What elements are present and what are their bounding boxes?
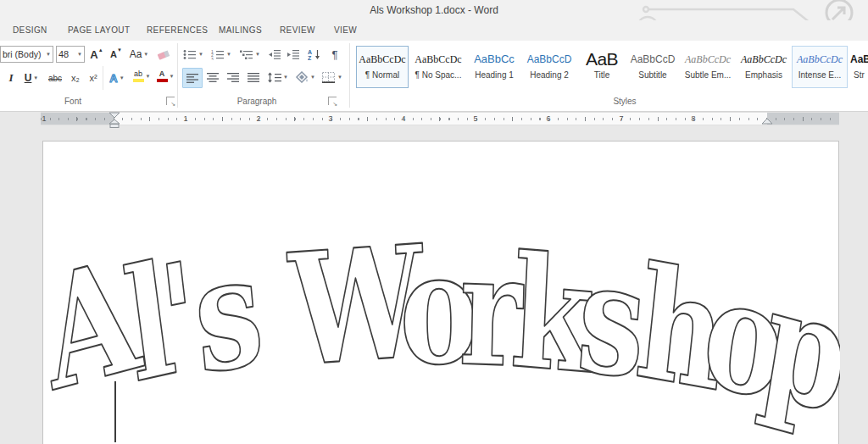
tab-review[interactable]: REVIEW [280, 20, 315, 41]
caret-up-icon: ▲ [98, 47, 103, 53]
style-heading-1[interactable]: AaBbCc Heading 1 [468, 46, 520, 88]
chevron-down-icon[interactable]: ▼ [283, 75, 288, 80]
style-title[interactable]: AaB Title [578, 46, 626, 88]
launcher-arrow-icon: ↘ [332, 101, 337, 108]
font-size-combobox[interactable]: 48▼ [56, 46, 85, 63]
style-no-spacing[interactable]: AaBbCcDc ¶ No Spac... [410, 46, 466, 88]
borders-button[interactable]: ▼ [320, 68, 344, 86]
ruler-number: 1 [183, 114, 187, 123]
increase-indent-button[interactable] [285, 45, 302, 64]
bullets-button[interactable]: ▼ [181, 45, 205, 64]
font-dialog-launcher[interactable]: ↘ [166, 97, 175, 105]
font-color-button[interactable]: A▼ [155, 67, 175, 86]
right-indent-marker[interactable] [761, 118, 773, 126]
ruler-half-tick [512, 117, 513, 121]
chevron-down-icon[interactable]: ▼ [43, 52, 51, 57]
multilevel-list-icon [240, 49, 253, 60]
indent-markers[interactable] [108, 112, 120, 130]
decrease-indent-icon [268, 49, 281, 60]
ruler-half-tick [585, 117, 586, 121]
increase-indent-icon [287, 49, 300, 60]
tab-mailings[interactable]: MAILINGS [219, 20, 262, 41]
chevron-down-icon[interactable]: ▼ [33, 75, 38, 80]
wordart-als-workshop[interactable]: Al's Workshop [43, 222, 840, 444]
font-color-swatch [157, 79, 168, 82]
svg-text:A: A [308, 49, 312, 55]
align-right-icon [227, 72, 240, 83]
show-formatting-marks-button[interactable]: ¶ [327, 45, 342, 64]
chevron-down-icon[interactable]: ▼ [120, 75, 125, 80]
ruler-number: 5 [473, 114, 477, 123]
justify-button[interactable] [244, 68, 263, 86]
ribbon: bri (Body)▼ 48▼ A▲ A▼ Aa▼ I U▼ [0, 41, 868, 112]
chevron-down-icon[interactable]: ▼ [255, 52, 260, 57]
align-center-button[interactable] [203, 68, 222, 86]
tab-page-layout[interactable]: PAGE LAYOUT [68, 20, 131, 41]
style-heading-2[interactable]: AaBbCcD Heading 2 [522, 46, 576, 88]
tab-design[interactable]: DESIGN [13, 20, 47, 41]
underline-button[interactable]: U▼ [19, 69, 43, 87]
chevron-down-icon[interactable]: ▼ [310, 75, 315, 80]
ruler-number: 3 [328, 114, 332, 123]
paragraph-dialog-launcher[interactable]: ↘ [328, 97, 337, 105]
caret-down-icon: ▼ [117, 47, 122, 53]
ruler-number: 7 [619, 114, 623, 123]
text-effects-button[interactable]: A▼ [105, 69, 129, 87]
italic-button[interactable]: I [3, 69, 19, 87]
document-page[interactable]: Al's Workshop [42, 141, 839, 444]
ruler-ticks [41, 118, 839, 120]
chevron-down-icon[interactable]: ▼ [226, 52, 231, 57]
divider [103, 66, 103, 90]
numbering-button[interactable]: 123 ▼ [209, 45, 234, 64]
ruler-half-tick [367, 117, 368, 121]
sort-button[interactable]: A Z [305, 45, 324, 64]
chevron-down-icon[interactable]: ▼ [146, 74, 151, 79]
chevron-down-icon[interactable]: ▼ [337, 75, 342, 80]
style-normal[interactable]: AaBbCcDc ¶ Normal [356, 46, 409, 88]
ruler-half-tick [294, 117, 295, 121]
superscript-button[interactable]: x² [85, 69, 102, 87]
svg-text:3: 3 [211, 56, 214, 60]
paragraph-group-label: Paragraph [237, 97, 277, 106]
paint-bucket-icon [295, 71, 309, 83]
style-subtle-emphasis[interactable]: AaBbCcDc Subtle Em... [680, 46, 736, 88]
text-highlight-color-button[interactable]: ab▼ [129, 67, 154, 86]
ruler-half-tick [222, 117, 223, 121]
style-strong[interactable]: AaBb Str [849, 46, 868, 88]
grow-font-button[interactable]: A▲ [87, 45, 106, 64]
text-cursor [114, 381, 116, 442]
ribbon-tab-row: DESIGN PAGE LAYOUT REFERENCES MAILINGS R… [0, 20, 868, 41]
clear-formatting-button[interactable] [153, 45, 174, 64]
strikethrough-button[interactable]: abc [44, 69, 66, 87]
ruler-half-tick [149, 117, 150, 121]
ruler-half-tick [439, 117, 440, 121]
tab-view[interactable]: VIEW [334, 20, 357, 41]
ruler-number: 8 [691, 114, 695, 123]
style-emphasis[interactable]: AaBbCcDc Emphasis [737, 46, 790, 88]
eraser-icon [157, 49, 170, 60]
multilevel-list-button[interactable]: ▼ [237, 45, 263, 64]
bulleted-list-icon [183, 49, 197, 60]
align-right-button[interactable] [224, 68, 242, 86]
decrease-indent-button[interactable] [266, 45, 283, 64]
line-spacing-button[interactable]: ▼ [266, 68, 290, 86]
shrink-font-button[interactable]: A▼ [107, 45, 125, 64]
align-left-icon [186, 73, 199, 84]
justify-icon [248, 72, 260, 83]
subscript-button[interactable]: x₂ [67, 69, 84, 87]
change-case-button[interactable]: Aa▼ [127, 45, 151, 64]
group-divider [177, 43, 178, 108]
chevron-down-icon[interactable]: ▼ [170, 74, 175, 79]
shading-button[interactable]: ▼ [293, 68, 317, 86]
word-application-window: Als Workshop 1.docx - Word DESIGN PAGE L… [0, 0, 868, 444]
chevron-down-icon[interactable]: ▼ [198, 52, 203, 57]
tab-references[interactable]: REFERENCES [147, 20, 208, 41]
chevron-down-icon[interactable]: ▼ [75, 52, 82, 57]
horizontal-ruler[interactable]: 1 1 2 3 4 5 6 7 8 [0, 112, 868, 126]
style-subtitle[interactable]: AaBbCcD Subtitle [627, 46, 678, 88]
style-intense-emphasis[interactable]: AaBbCcDc Intense E... [792, 46, 848, 88]
sort-az-icon: A Z [308, 48, 321, 60]
ruler-half-tick [730, 117, 731, 121]
font-name-combobox[interactable]: bri (Body)▼ [0, 46, 53, 63]
align-left-button[interactable] [182, 68, 203, 88]
